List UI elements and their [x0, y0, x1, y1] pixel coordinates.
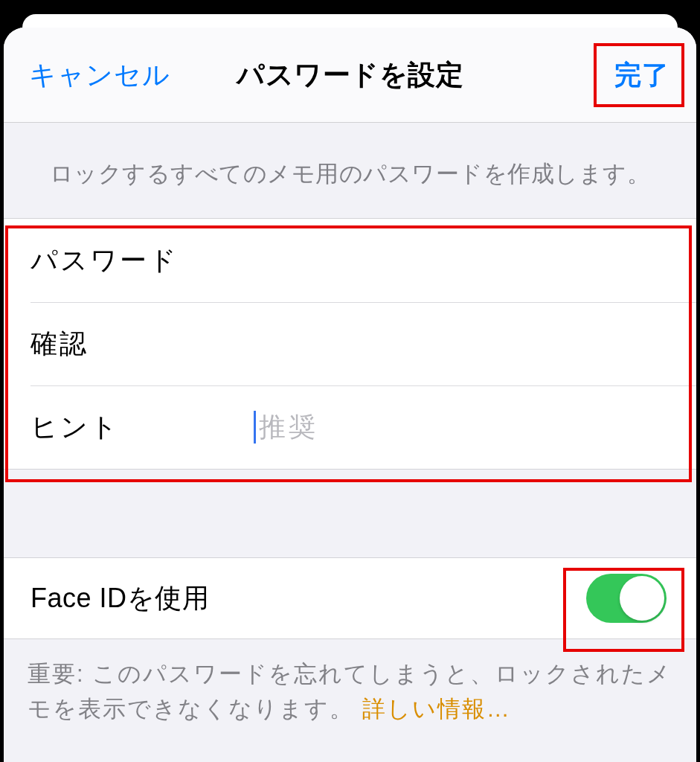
more-info-link[interactable]: 詳しい情報…	[362, 696, 511, 722]
cancel-button[interactable]: キャンセル	[29, 57, 170, 93]
hint-row[interactable]: ヒント	[4, 385, 696, 469]
faceid-row: Face IDを使用	[4, 558, 696, 638]
verify-label: 確認	[30, 326, 254, 362]
toggle-knob	[620, 576, 664, 621]
navbar: キャンセル パスワードを設定 完了	[4, 28, 696, 123]
verify-row[interactable]: 確認	[4, 302, 696, 385]
text-caret	[254, 411, 256, 444]
done-button[interactable]: 完了	[601, 52, 683, 97]
faceid-toggle[interactable]	[586, 574, 667, 623]
hint-input[interactable]	[259, 412, 670, 443]
footer-text: 重要: このパスワードを忘れてしまうと、ロックされたメモを表示できなくなります。	[28, 661, 672, 722]
section-description: ロックするすべてのメモ用のパスワードを作成します。	[4, 123, 696, 218]
footer-note: 重要: このパスワードを忘れてしまうと、ロックされたメモを表示できなくなります。…	[4, 639, 696, 726]
faceid-group: Face IDを使用	[4, 557, 696, 639]
navbar-title: パスワードを設定	[237, 57, 463, 94]
password-row[interactable]: パスワード	[4, 219, 696, 302]
hint-label: ヒント	[30, 409, 254, 446]
password-input[interactable]	[254, 245, 670, 276]
faceid-label: Face IDを使用	[30, 580, 209, 617]
set-password-sheet: キャンセル パスワードを設定 完了 ロックするすべてのメモ用のパスワードを作成し…	[4, 28, 696, 762]
password-form: パスワード 確認 ヒント	[4, 218, 696, 470]
password-label: パスワード	[30, 243, 254, 279]
verify-input[interactable]	[254, 328, 670, 359]
